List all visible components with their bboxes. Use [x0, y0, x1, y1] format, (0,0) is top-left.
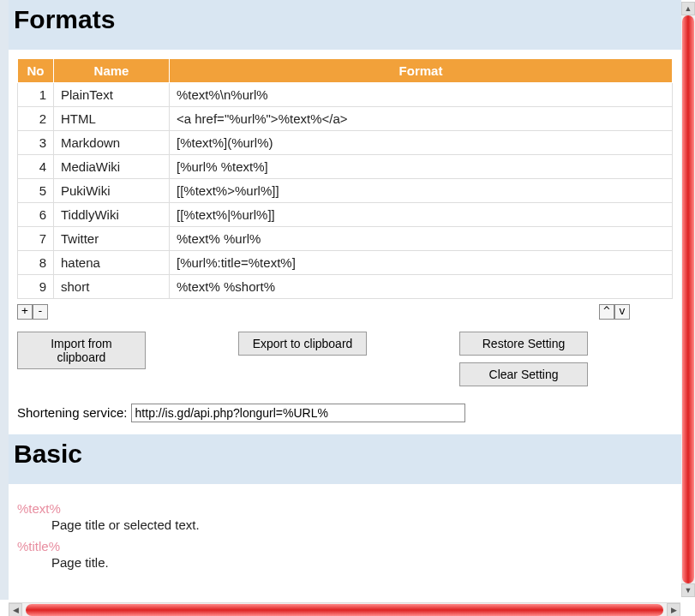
placeholder-description: Page title.: [51, 555, 673, 570]
settings-page: Formats No Name Format 1PlainText%text%\…: [0, 0, 681, 600]
formats-heading: Formats: [14, 5, 676, 34]
cell-format: [%url%:title=%text%]: [170, 251, 673, 275]
left-edge-decoration: [0, 0, 9, 600]
cell-name: Twitter: [54, 227, 170, 251]
col-header-format: Format: [170, 59, 673, 83]
remove-row-button[interactable]: -: [33, 304, 48, 320]
scroll-down-arrow-icon[interactable]: ▼: [681, 583, 695, 597]
shortening-label: Shortening service:: [17, 405, 127, 420]
move-up-button[interactable]: ^: [599, 304, 614, 320]
cell-name: PlainText: [54, 83, 170, 107]
table-row[interactable]: 8hatena[%url%:title=%text%]: [18, 251, 673, 275]
placeholder-description: Page title or selected text.: [51, 517, 673, 532]
table-row[interactable]: 9short%text% %short%: [18, 275, 673, 299]
table-row[interactable]: 3Markdown[%text%](%url%): [18, 131, 673, 155]
col-header-no: No: [18, 59, 54, 83]
table-row[interactable]: 2HTML<a href="%url%">%text%</a>: [18, 107, 673, 131]
shortening-service-row: Shortening service:: [17, 404, 673, 422]
move-down-button[interactable]: v: [614, 304, 630, 320]
scroll-right-arrow-icon[interactable]: ▶: [667, 603, 680, 616]
export-clipboard-button[interactable]: Export to clipboard: [238, 332, 367, 356]
cell-name: HTML: [54, 107, 170, 131]
vertical-scrollbar[interactable]: ▲ ▼: [681, 2, 695, 597]
placeholder-term: %title%: [17, 539, 673, 553]
content-area: Formats No Name Format 1PlainText%text%\…: [9, 0, 681, 600]
cell-format: %text%\n%url%: [170, 83, 673, 107]
formats-heading-section: Formats: [9, 0, 681, 50]
table-row[interactable]: 7Twitter%text% %url%: [18, 227, 673, 251]
vertical-scrollbar-thumb[interactable]: [682, 15, 694, 583]
horizontal-scrollbar[interactable]: ◀ ▶: [9, 602, 680, 616]
cell-name: Markdown: [54, 131, 170, 155]
table-row[interactable]: 5PukiWiki[[%text%>%url%]]: [18, 179, 673, 203]
cell-no: 3: [18, 131, 54, 155]
cell-no: 1: [18, 83, 54, 107]
action-buttons-row: Import from clipboard Export to clipboar…: [17, 332, 673, 393]
row-controls: +- ^v: [17, 304, 673, 323]
cell-no: 5: [18, 179, 54, 203]
basic-heading-section: Basic: [9, 434, 681, 484]
cell-name: PukiWiki: [54, 179, 170, 203]
table-row[interactable]: 4MediaWiki[%url% %text%]: [18, 155, 673, 179]
restore-setting-button[interactable]: Restore Setting: [459, 332, 588, 356]
cell-name: short: [54, 275, 170, 299]
cell-no: 7: [18, 227, 54, 251]
clear-setting-button[interactable]: Clear Setting: [459, 362, 588, 386]
scroll-left-arrow-icon[interactable]: ◀: [9, 603, 22, 616]
cell-name: TiddlyWiki: [54, 203, 170, 227]
cell-format: %text% %url%: [170, 227, 673, 251]
horizontal-scrollbar-thumb[interactable]: [26, 604, 663, 616]
add-row-button[interactable]: +: [17, 304, 33, 320]
formats-panel: No Name Format 1PlainText%text%\n%url%2H…: [9, 50, 681, 422]
formats-table: No Name Format 1PlainText%text%\n%url%2H…: [17, 58, 673, 299]
cell-format: [%url% %text%]: [170, 155, 673, 179]
cell-no: 8: [18, 251, 54, 275]
cell-no: 2: [18, 107, 54, 131]
basic-heading: Basic: [14, 440, 676, 469]
cell-format: [[%text%>%url%]]: [170, 179, 673, 203]
cell-format: [%text%](%url%): [170, 131, 673, 155]
scroll-up-arrow-icon[interactable]: ▲: [681, 2, 695, 15]
col-header-name: Name: [54, 59, 170, 83]
cell-name: MediaWiki: [54, 155, 170, 179]
table-row[interactable]: 6TiddlyWiki[[%text%|%url%]]: [18, 203, 673, 227]
cell-format: %text% %short%: [170, 275, 673, 299]
cell-no: 9: [18, 275, 54, 299]
table-row[interactable]: 1PlainText%text%\n%url%: [18, 83, 673, 107]
import-clipboard-button[interactable]: Import from clipboard: [17, 332, 146, 369]
cell-format: <a href="%url%">%text%</a>: [170, 107, 673, 131]
cell-name: hatena: [54, 251, 170, 275]
cell-no: 4: [18, 155, 54, 179]
basic-panel: %text%Page title or selected text.%title…: [9, 484, 681, 570]
cell-no: 6: [18, 203, 54, 227]
placeholder-term: %text%: [17, 501, 673, 516]
shortening-service-input[interactable]: [131, 404, 465, 422]
cell-format: [[%text%|%url%]]: [170, 203, 673, 227]
